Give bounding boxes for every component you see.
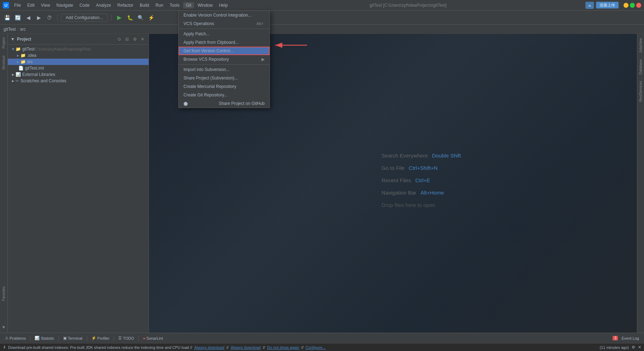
problems-panel-button[interactable]: ⚠ Problems bbox=[3, 335, 28, 341]
always-download-link[interactable]: Always download bbox=[194, 345, 224, 350]
statistic-icon: 📊 bbox=[35, 336, 40, 340]
hint-nav: Navigation Bar Alt+Home bbox=[381, 190, 461, 196]
menu-vcs-operations[interactable]: VCS Operations Alt+` bbox=[179, 19, 270, 28]
maximize-button[interactable] bbox=[630, 3, 635, 8]
menu-file[interactable]: File bbox=[11, 2, 24, 8]
menu-code[interactable]: Code bbox=[77, 2, 92, 8]
tree-item-gitTest[interactable]: ▾ 📁 gitTest C:\Users\zyf\IdeaProjects\gi… bbox=[8, 46, 149, 52]
sync-button[interactable]: 🔄 bbox=[13, 13, 22, 22]
project-panel: ▼ Project ⊙ ⊟ ⚙ ✕ ▾ 📁 gitTest C:\Users\z… bbox=[8, 34, 149, 333]
recent-files-button[interactable]: ⏱ bbox=[45, 13, 54, 22]
back-button[interactable]: ◀ bbox=[24, 13, 32, 22]
search-everywhere-shortcut: Double Shift bbox=[432, 153, 461, 159]
notification-settings-icon[interactable]: ⚙ bbox=[632, 345, 635, 350]
menu-apply-clipboard[interactable]: Apply Patch from Clipboard... bbox=[179, 38, 270, 47]
menu-tools[interactable]: Tools bbox=[167, 2, 182, 8]
menu-share-github[interactable]: ⬤ Share Project on GitHub bbox=[179, 99, 270, 108]
hint-search: Search Everywhere Double Shift bbox=[381, 153, 461, 159]
star-button[interactable]: ★ bbox=[1, 324, 7, 330]
menu-edit[interactable]: Edit bbox=[24, 2, 37, 8]
browse-vcs-arrow: ▶ bbox=[261, 57, 265, 62]
settings-button[interactable]: ⚙ bbox=[132, 36, 138, 42]
notification-close-icon[interactable]: ✕ bbox=[638, 345, 641, 350]
idea-folder-icon: 📁 bbox=[20, 53, 26, 58]
tree-item-scratches[interactable]: ▸ ✏ Scratches and Consoles bbox=[8, 78, 149, 84]
forward-button[interactable]: ▶ bbox=[35, 13, 43, 22]
right-panel-tabs: JuliaView Database RestServices bbox=[637, 34, 644, 333]
menu-view[interactable]: View bbox=[38, 2, 53, 8]
sonarlint-panel-button[interactable]: ● SonarLint bbox=[141, 335, 165, 341]
menu-navigate[interactable]: Navigate bbox=[54, 2, 76, 8]
profiler-panel-button[interactable]: ⚡ Profiler bbox=[89, 335, 112, 341]
editor-hints: Search Everywhere Double Shift Go to Fil… bbox=[381, 153, 461, 214]
structure-tab[interactable]: Structure bbox=[1, 52, 6, 73]
sonarlint-icon: ● bbox=[143, 336, 145, 340]
left-vertical-tabs: Project Structure Favorites ★ bbox=[0, 34, 8, 333]
enable-vcs-label: Enable Version Control Integration... bbox=[183, 13, 252, 18]
menu-share-svn[interactable]: Share Project (Subversion)... bbox=[179, 74, 270, 82]
breadcrumb-project[interactable]: gitTest bbox=[4, 27, 16, 32]
iml-file-icon: 📄 bbox=[18, 66, 24, 71]
project-tab[interactable]: Project bbox=[1, 34, 6, 52]
tree-item-ext-libs[interactable]: ▸ 📊 External Libraries bbox=[8, 71, 149, 78]
tree-item-iml[interactable]: 📄 gitTest.iml bbox=[8, 65, 149, 71]
event-log-button[interactable]: Event Log bbox=[619, 335, 641, 341]
julia-view-tab[interactable]: JuliaView bbox=[638, 35, 643, 56]
terminal-panel-button[interactable]: ▣ Terminal bbox=[61, 335, 85, 341]
menu-create-git[interactable]: Create Git Repository... bbox=[179, 91, 270, 99]
github-icon: ⬤ bbox=[183, 101, 188, 106]
problems-icon: ⚠ bbox=[5, 336, 8, 340]
menu-get-vcs[interactable]: Get from Version Control... bbox=[179, 47, 270, 55]
toolbar-separator-1 bbox=[57, 14, 58, 21]
notification-sep-1: // bbox=[227, 345, 229, 350]
do-not-show-again-link[interactable]: Do not show again bbox=[267, 345, 299, 350]
status-sep-4 bbox=[114, 335, 114, 341]
minimize-button[interactable] bbox=[624, 3, 628, 8]
save-all-button[interactable]: 💾 bbox=[3, 13, 11, 22]
tree-item-idea[interactable]: ▸ 📁 .idea bbox=[8, 52, 149, 59]
menu-git[interactable]: Git bbox=[183, 2, 194, 8]
statistic-panel-button[interactable]: 📊 Statistic bbox=[32, 335, 56, 341]
menu-enable-vcs[interactable]: Enable Version Control Integration... bbox=[179, 11, 270, 19]
connect-upload-button[interactable]: 连接上传 bbox=[596, 2, 619, 8]
menu-create-mercurial[interactable]: Create Mercurial Repository bbox=[179, 82, 270, 91]
menu-browse-vcs[interactable]: Browse VCS Repository ▶ bbox=[179, 55, 270, 64]
configure-link[interactable]: Configure... bbox=[306, 345, 326, 350]
tree-item-iml-label: gitTest.iml bbox=[25, 66, 44, 71]
tree-item-scratches-label: Scratches and Consoles bbox=[20, 78, 66, 83]
database-tab[interactable]: Database bbox=[638, 56, 643, 77]
collapse-all-button[interactable]: ⊟ bbox=[124, 36, 130, 42]
hide-panel-button[interactable]: ✕ bbox=[139, 36, 146, 42]
window-controls bbox=[624, 3, 641, 8]
tree-item-src[interactable]: ▸ 📁 src bbox=[8, 59, 149, 65]
menu-apply-patch[interactable]: Apply Patch... bbox=[179, 30, 270, 38]
rest-services-tab[interactable]: RestServices bbox=[638, 78, 643, 105]
tree-item-ext-libs-label: External Libraries bbox=[22, 72, 55, 77]
debug-button[interactable]: 🐛 bbox=[126, 13, 134, 22]
project-panel-header: ▼ Project ⊙ ⊟ ⚙ ✕ bbox=[8, 34, 149, 44]
import-svn-label: Import into Subversion... bbox=[183, 67, 229, 72]
coverage-button[interactable]: 🔍 bbox=[136, 13, 145, 22]
menu-build[interactable]: Build bbox=[137, 2, 152, 8]
favorites-tab[interactable]: Favorites bbox=[1, 283, 6, 304]
hint-drop: Drop files here to open bbox=[381, 202, 461, 208]
breadcrumb-src[interactable]: src bbox=[20, 27, 26, 32]
menu-analyze[interactable]: Analyze bbox=[93, 2, 114, 8]
menu-refactor[interactable]: Refactor bbox=[115, 2, 136, 8]
menu-window[interactable]: Window bbox=[195, 2, 216, 8]
terminal-icon: ▣ bbox=[63, 336, 67, 340]
statistic-label: Statistic bbox=[41, 336, 54, 340]
scope-button[interactable]: ⊙ bbox=[116, 36, 122, 42]
menu-help[interactable]: Help bbox=[216, 2, 231, 8]
menu-import-svn[interactable]: Import into Subversion... bbox=[179, 65, 270, 74]
ai-icon: AI bbox=[585, 2, 594, 9]
run-button[interactable]: ▶ bbox=[115, 13, 124, 22]
menu-run[interactable]: Run bbox=[153, 2, 166, 8]
todo-panel-button[interactable]: ☰ TODO bbox=[116, 335, 136, 341]
add-configuration-button[interactable]: Add Configuration... bbox=[61, 14, 108, 22]
always-download-link-2[interactable]: Always download bbox=[231, 345, 261, 350]
close-button[interactable] bbox=[636, 3, 641, 8]
profile-button[interactable]: ⚡ bbox=[147, 13, 155, 22]
status-bar: ⚠ Problems 📊 Statistic ▣ Terminal ⚡ Prof… bbox=[0, 333, 644, 343]
menu-sep-1 bbox=[179, 29, 270, 29]
